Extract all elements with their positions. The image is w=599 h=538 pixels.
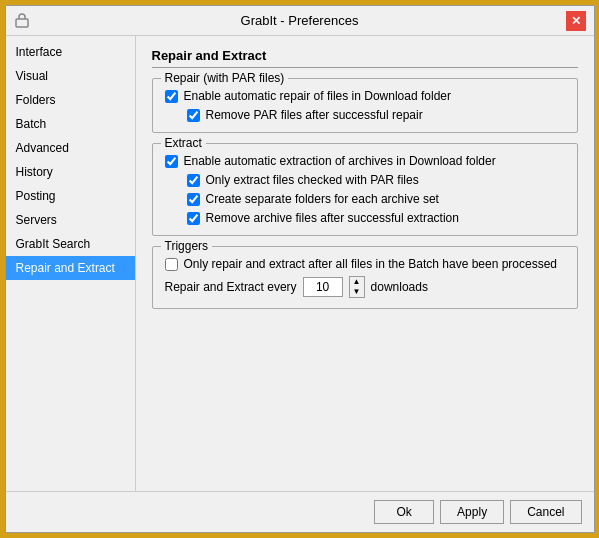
every-row: Repair and Extract every ▲ ▼ downloads xyxy=(165,276,565,298)
spinner-controls: ▲ ▼ xyxy=(349,276,365,298)
ok-button[interactable]: Ok xyxy=(374,500,434,524)
repair-group-title: Repair (with PAR files) xyxy=(161,71,289,85)
repair-label-0[interactable]: Enable automatic repair of files in Down… xyxy=(184,89,451,103)
extract-option-3: Remove archive files after successful ex… xyxy=(165,211,565,225)
apply-button[interactable]: Apply xyxy=(440,500,504,524)
main-panel: Repair and Extract Repair (with PAR file… xyxy=(136,36,594,491)
sidebar-item-6[interactable]: Posting xyxy=(6,184,135,208)
sidebar-item-2[interactable]: Folders xyxy=(6,88,135,112)
extract-label-3[interactable]: Remove archive files after successful ex… xyxy=(206,211,459,225)
batch-checkbox[interactable] xyxy=(165,258,178,271)
extract-label-0[interactable]: Enable automatic extraction of archives … xyxy=(184,154,496,168)
svg-rect-0 xyxy=(16,19,28,27)
extract-checkbox-1[interactable] xyxy=(187,174,200,187)
repair-group: Repair (with PAR files) Enable automatic… xyxy=(152,78,578,133)
extract-option-2: Create separate folders for each archive… xyxy=(165,192,565,206)
main-content: InterfaceVisualFoldersBatchAdvancedHisto… xyxy=(6,36,594,491)
spinner-up-button[interactable]: ▲ xyxy=(350,277,364,287)
repair-checkbox-1[interactable] xyxy=(187,109,200,122)
every-input[interactable] xyxy=(303,277,343,297)
title-bar: GrabIt - Preferences ✕ xyxy=(6,6,594,36)
repair-checkbox-0[interactable] xyxy=(165,90,178,103)
close-button[interactable]: ✕ xyxy=(566,11,586,31)
extract-option-0: Enable automatic extraction of archives … xyxy=(165,154,565,168)
extract-group: Extract Enable automatic extraction of a… xyxy=(152,143,578,236)
sidebar-item-4[interactable]: Advanced xyxy=(6,136,135,160)
sidebar: InterfaceVisualFoldersBatchAdvancedHisto… xyxy=(6,36,136,491)
sidebar-item-9[interactable]: Repair and Extract xyxy=(6,256,135,280)
sidebar-item-7[interactable]: Servers xyxy=(6,208,135,232)
extract-group-title: Extract xyxy=(161,136,206,150)
repair-label-1[interactable]: Remove PAR files after successful repair xyxy=(206,108,423,122)
sidebar-item-0[interactable]: Interface xyxy=(6,40,135,64)
triggers-group-title: Triggers xyxy=(161,239,213,253)
extract-label-2[interactable]: Create separate folders for each archive… xyxy=(206,192,439,206)
repair-option-1: Remove PAR files after successful repair xyxy=(165,108,565,122)
extract-checkbox-2[interactable] xyxy=(187,193,200,206)
sidebar-item-1[interactable]: Visual xyxy=(6,64,135,88)
extract-option-1: Only extract files checked with PAR file… xyxy=(165,173,565,187)
extract-checkbox-3[interactable] xyxy=(187,212,200,225)
repair-option-0: Enable automatic repair of files in Down… xyxy=(165,89,565,103)
window-icon xyxy=(14,13,30,29)
window-title: GrabIt - Preferences xyxy=(241,13,359,28)
triggers-group: Triggers Only repair and extract after a… xyxy=(152,246,578,309)
preferences-window: GrabIt - Preferences ✕ InterfaceVisualFo… xyxy=(5,5,595,533)
extract-checkbox-0[interactable] xyxy=(165,155,178,168)
footer: Ok Apply Cancel xyxy=(6,491,594,532)
every-label: Repair and Extract every xyxy=(165,280,297,294)
cancel-button[interactable]: Cancel xyxy=(510,500,581,524)
section-title: Repair and Extract xyxy=(152,48,578,68)
batch-option: Only repair and extract after all files … xyxy=(165,257,565,271)
sidebar-item-5[interactable]: History xyxy=(6,160,135,184)
sidebar-item-8[interactable]: GrabIt Search xyxy=(6,232,135,256)
extract-label-1[interactable]: Only extract files checked with PAR file… xyxy=(206,173,419,187)
batch-label[interactable]: Only repair and extract after all files … xyxy=(184,257,558,271)
every-suffix: downloads xyxy=(371,280,428,294)
sidebar-item-3[interactable]: Batch xyxy=(6,112,135,136)
spinner-down-button[interactable]: ▼ xyxy=(350,287,364,297)
